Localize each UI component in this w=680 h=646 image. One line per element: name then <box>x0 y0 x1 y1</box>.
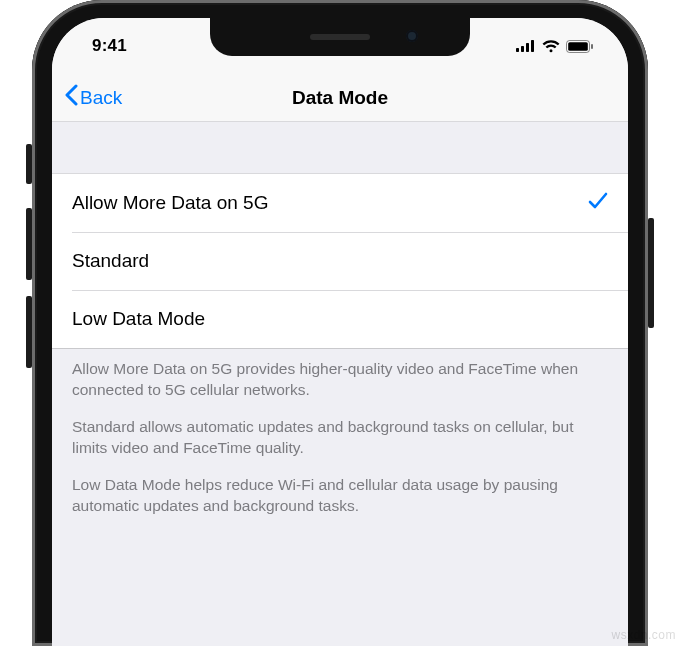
notch <box>210 18 470 56</box>
phone-power-button <box>648 218 654 328</box>
back-button[interactable]: Back <box>64 84 122 111</box>
svg-rect-5 <box>568 42 588 51</box>
back-label: Back <box>80 87 122 109</box>
footer-paragraph: Allow More Data on 5G provides higher-qu… <box>72 359 608 401</box>
option-allow-more-data-5g[interactable]: Allow More Data on 5G <box>52 174 628 232</box>
svg-rect-3 <box>531 40 534 52</box>
footer-paragraph: Standard allows automatic updates and ba… <box>72 417 608 459</box>
watermark: wsxdn.com <box>611 628 676 642</box>
option-standard[interactable]: Standard <box>52 232 628 290</box>
svg-rect-6 <box>591 44 593 49</box>
option-label: Standard <box>72 250 149 272</box>
footer-description: Allow More Data on 5G provides higher-qu… <box>52 349 628 517</box>
phone-frame: 9:41 <box>32 0 648 646</box>
speaker-grille <box>310 34 370 40</box>
checkmark-icon <box>588 192 608 215</box>
footer-paragraph: Low Data Mode helps reduce Wi-Fi and cel… <box>72 475 608 517</box>
cellular-signal-icon <box>516 40 536 52</box>
screen: 9:41 <box>52 18 628 646</box>
front-camera <box>406 30 418 42</box>
group-header-spacer <box>52 122 628 174</box>
status-icons <box>516 40 594 53</box>
svg-rect-1 <box>521 46 524 52</box>
page-title: Data Mode <box>52 87 628 109</box>
options-list: Allow More Data on 5G Standard Low Data … <box>52 174 628 348</box>
battery-icon <box>566 40 594 53</box>
chevron-left-icon <box>64 84 78 111</box>
svg-rect-2 <box>526 43 529 52</box>
option-label: Allow More Data on 5G <box>72 192 268 214</box>
option-low-data-mode[interactable]: Low Data Mode <box>52 290 628 348</box>
option-label: Low Data Mode <box>72 308 205 330</box>
svg-rect-0 <box>516 48 519 52</box>
wifi-icon <box>542 40 560 53</box>
nav-bar: Back Data Mode <box>52 74 628 122</box>
status-time: 9:41 <box>92 36 127 56</box>
